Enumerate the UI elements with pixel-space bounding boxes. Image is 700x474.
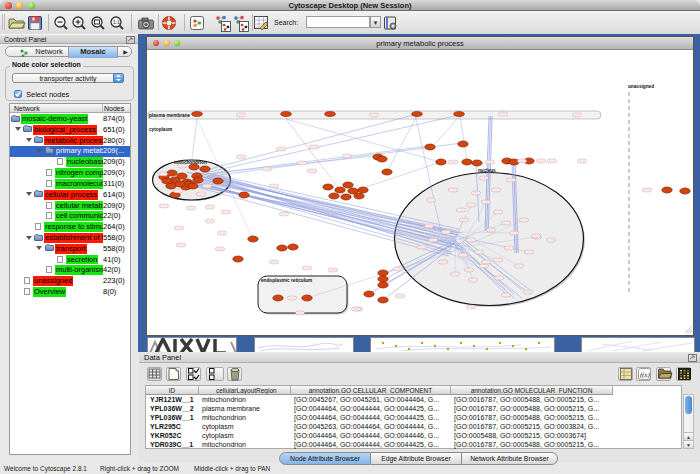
svg-text:1:1: 1:1 (113, 19, 120, 25)
svg-text:plasma membrane: plasma membrane (149, 113, 191, 118)
svg-text:f(x): f(x) (640, 371, 650, 379)
svg-text:nucleus: nucleus (478, 168, 496, 173)
svg-text:endoplasmic reticulum: endoplasmic reticulum (261, 278, 312, 283)
svg-text:cytoplasm: cytoplasm (149, 127, 172, 132)
svg-text:unassigned: unassigned (628, 84, 654, 89)
